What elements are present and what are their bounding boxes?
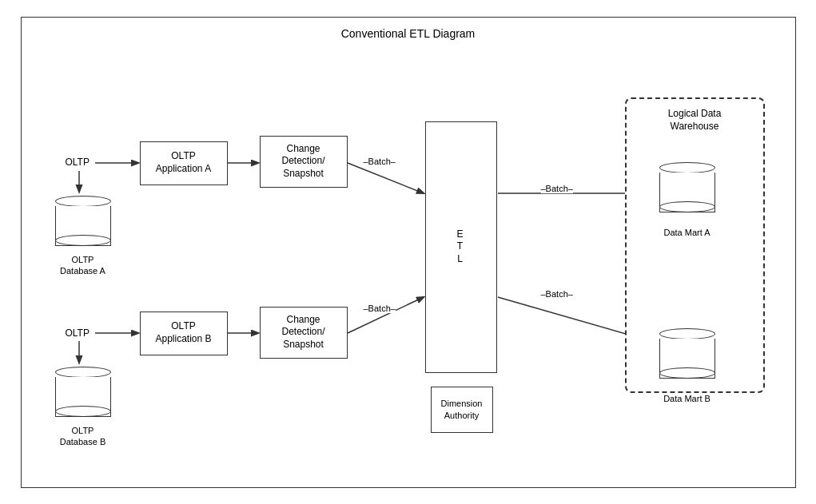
dimension-authority-box: Dimension Authority: [431, 387, 493, 433]
etl-box: E T L: [425, 121, 497, 373]
svg-line-8: [348, 297, 424, 333]
batch-label-b: –Batch–: [364, 304, 396, 313]
batch-label-etl-b: –Batch–: [541, 289, 573, 299]
oltp-label-a: OLTP: [66, 157, 90, 168]
batch-label-etl-a: –Batch–: [541, 184, 573, 193]
data-mart-b-cylinder: Data Mart B: [655, 319, 719, 387]
diagram-title: Conventional ETL Diagram: [22, 18, 795, 40]
oltp-application-b-box: OLTP Application B: [140, 312, 228, 355]
logical-data-warehouse-label: Logical DataWarehouse: [627, 99, 763, 134]
svg-line-3: [348, 163, 424, 193]
change-detection-a-box: Change Detection/ Snapshot: [260, 136, 348, 188]
oltp-database-a-cylinder: OLTPDatabase A: [51, 187, 115, 255]
data-mart-a-cylinder: Data Mart A: [655, 153, 719, 221]
oltp-label-b: OLTP: [66, 327, 90, 339]
batch-label-a: –Batch–: [364, 157, 396, 166]
change-detection-b-box: Change Detection/ Snapshot: [260, 307, 348, 359]
diagram-container: Conventional ETL Diagram –Batch– –Ba: [21, 17, 796, 488]
oltp-application-a-box: OLTP Application A: [140, 141, 228, 185]
oltp-database-b-cylinder: OLTPDatabase B: [51, 358, 115, 426]
